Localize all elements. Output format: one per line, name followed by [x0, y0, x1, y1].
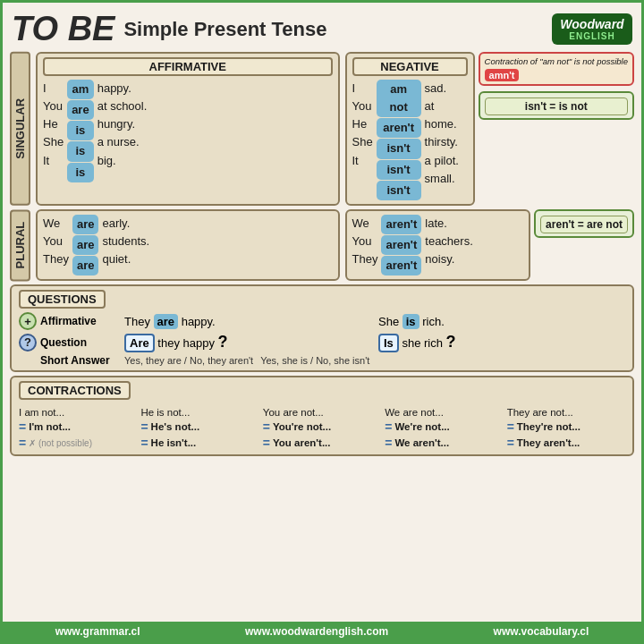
footer-link-2: www.woodwardenglish.com — [245, 625, 388, 638]
aff-plural-verbs: are are are — [72, 215, 99, 275]
eq-icon-4a: = — [385, 419, 392, 434]
contr-col-5: They are not... = They're not... = They … — [507, 406, 625, 451]
singular-section: SINGULAR AFFIRMATIVE I You He She It — [10, 52, 634, 206]
affirmative-question-row: + Affirmative They are happy. She is ric… — [19, 312, 625, 330]
neg-comp-late: late. — [425, 215, 472, 233]
comp-happy: happy. — [97, 80, 148, 97]
neg-verb-am-not: am not — [377, 80, 421, 117]
neg-verb-isnt-it: isn't — [377, 181, 421, 200]
contr-im-text: I'm not... — [29, 421, 71, 432]
question-row: ? Question Are they happy ? Is she rich … — [19, 333, 625, 352]
aff-rich: rich. — [419, 315, 445, 328]
contr-col-1: I am not... = I'm not... = ✗ (not possib… — [19, 406, 137, 451]
aff-plural-complements: early. students. quiet. — [102, 215, 149, 275]
arent-eq: aren't = are not — [540, 216, 628, 233]
neg-pronoun-you: You — [352, 97, 373, 115]
q-badge: ? — [19, 334, 37, 352]
neg-comp-sad: sad. — [425, 80, 468, 97]
aff-sentence-right: She is rich. — [378, 315, 625, 328]
aff-sing-pronouns: I You He She It — [43, 80, 64, 182]
plural-label: PLURAL — [10, 209, 30, 281]
isnt-callout: isn't = is not — [479, 91, 634, 120]
neg-plural-pronouns: We You They — [352, 215, 378, 275]
comp-quiet: quiet. — [102, 250, 149, 268]
logo-english: ENGLISH — [559, 31, 625, 41]
short-answer-left: Yes, they are / No, they aren't — [124, 355, 253, 366]
verb-are-we: are — [72, 215, 99, 234]
contr-theyarent-text: They aren't... — [517, 437, 580, 448]
neg-pronoun-you-pl: You — [352, 233, 378, 250]
aff-sentence-left: They are happy. — [124, 315, 371, 328]
verb-is-it: is — [67, 163, 94, 182]
questions-section: QUESTIONS + Affirmative They are happy. … — [10, 284, 634, 372]
singular-label: SINGULAR — [10, 52, 30, 206]
verb-is-she: is — [67, 141, 94, 161]
negative-plural-rows: We You They aren't aren't aren't late. — [352, 215, 524, 275]
contr-hes-text: He's not... — [151, 421, 200, 432]
verb-is-he: is — [67, 121, 94, 140]
neg-sing-complements: sad. at home. thirsty. a pilot. small. — [425, 80, 468, 200]
contractions-header: CONTRACTIONS — [19, 381, 131, 400]
affirmative-singular-rows: I You He She It am are is is is — [43, 80, 333, 182]
contr-you-are-not: You are not... — [263, 406, 381, 419]
verb-are-they: are — [72, 256, 99, 275]
arent-callout: aren't = are not — [534, 209, 634, 238]
contr-col-3: You are not... = You're not... = You are… — [263, 406, 381, 451]
singular-columns: AFFIRMATIVE I You He She It am are is — [36, 52, 634, 206]
pronoun-i: I — [43, 80, 64, 97]
affirmative-header: AFFIRMATIVE — [43, 57, 333, 76]
aff-plural-pronouns: We You They — [43, 215, 69, 275]
neg-sing-verbs: am not aren't isn't isn't isn't — [377, 80, 421, 200]
neg-sing-pronouns: I You He She It — [352, 80, 373, 200]
neg-verb-arent-you: aren't — [377, 118, 421, 138]
amn-badge: amn't — [485, 69, 520, 81]
footer-link-1: www.grammar.cl — [55, 625, 140, 638]
contr-theyre-text: They're not... — [517, 421, 580, 432]
pronoun-she: She — [43, 133, 64, 151]
eq-icon-4b: = — [385, 436, 392, 450]
contr-wearent-text: We aren't... — [394, 437, 449, 448]
q-they-happy: they happy — [157, 336, 217, 350]
aff-happy: happy. — [178, 315, 216, 328]
questions-header: QUESTIONS — [19, 290, 106, 309]
neg-verb-arent-you: aren't — [381, 235, 421, 255]
header: TO BE Simple Present Tense Woodward ENGL… — [3, 3, 641, 52]
contr-they-are-not: They are not... — [507, 406, 625, 419]
short-answer-row: Short Answer Yes, they are / No, they ar… — [19, 354, 625, 367]
contr-col-2: He is not... = He's not... = He isn't... — [140, 406, 258, 451]
q-sentence-right: Is she rich ? — [378, 333, 625, 352]
callout-area-plural: aren't = are not — [534, 209, 634, 281]
title-area: TO BE Simple Present Tense — [12, 10, 326, 48]
pronoun-we: We — [43, 215, 69, 233]
contr-i-am-not: I am not... — [19, 406, 137, 419]
content: SINGULAR AFFIRMATIVE I You He She It — [3, 52, 641, 622]
plural-section: PLURAL We You They are are are — [10, 209, 634, 281]
verb-are-you: are — [67, 100, 94, 120]
comp-students: students. — [102, 233, 149, 250]
contr-youarent-text: You aren't... — [273, 437, 331, 448]
neg-pronoun-it: It — [352, 152, 373, 170]
pronoun-they: They — [43, 250, 69, 268]
neg-verb-arent-we: aren't — [381, 215, 421, 234]
title-tobe: TO BE — [12, 10, 114, 48]
comp-hungry: hungry. — [97, 115, 148, 133]
contr-col-4: We are not... = We're not... = We aren't… — [385, 406, 503, 451]
affirmative-plural-rows: We You They are are are early. students. — [43, 215, 333, 275]
short-answer-label: Short Answer — [19, 354, 117, 367]
q-mark-right: ? — [446, 333, 456, 351]
q-she-rich: she rich — [402, 336, 445, 350]
isnt-eq: isn't = is not — [485, 97, 628, 115]
neg-comp-teachers: teachers. — [425, 233, 472, 250]
main-container: TO BE Simple Present Tense Woodward ENGL… — [0, 0, 644, 644]
q-sentence-left: Are they happy ? — [124, 333, 371, 352]
footer-link-3: www.vocabulary.cl — [494, 625, 589, 638]
negative-plural-box: We You They aren't aren't aren't late. — [345, 209, 531, 281]
contr-heisnt-text: He isn't... — [151, 437, 197, 448]
contractions-section: CONTRACTIONS I am not... = I'm not... = … — [10, 376, 634, 456]
neg-plural-verbs: aren't aren't aren't — [381, 215, 421, 275]
contr-hes-not: = He's not... — [140, 419, 258, 435]
contr-he-isnt: = He isn't... — [140, 435, 258, 451]
questions-rows: + Affirmative They are happy. She is ric… — [19, 312, 625, 367]
pronoun-you: You — [43, 97, 64, 115]
affirmative-plural-box: We You They are are are early. students. — [36, 209, 340, 281]
